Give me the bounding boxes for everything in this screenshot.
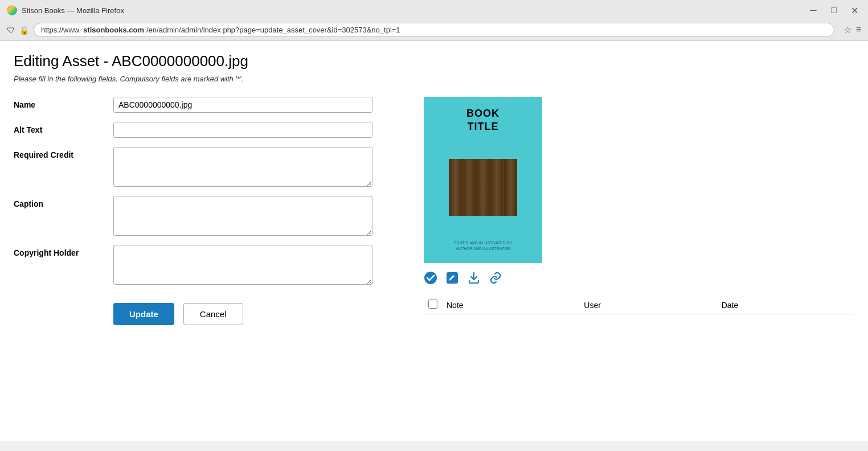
restore-button[interactable]: □ — [827, 3, 841, 17]
page-content: Editing Asset - ABC0000000000.jpg Please… — [0, 41, 868, 441]
browser-chrome: Stison Books — Mozilla Firefox ─ □ ✕ 🛡 🔒… — [0, 0, 868, 41]
update-button[interactable]: Update — [113, 303, 174, 325]
window-controls: ─ □ ✕ — [806, 3, 861, 17]
name-row: Name — [14, 97, 390, 113]
notes-checkbox-header — [424, 296, 442, 314]
caption-label: Caption — [14, 196, 113, 208]
title-bar: Stison Books — Mozilla Firefox ─ □ ✕ — [0, 0, 868, 20]
minimize-button[interactable]: ─ — [806, 3, 820, 17]
book-spine-5 — [504, 159, 517, 216]
browser-menu-icon[interactable]: ≡ — [856, 24, 861, 35]
required-credit-label: Required Credit — [14, 147, 113, 159]
url-suffix: /en/admin/admin/index.php?page=update_as… — [146, 26, 400, 34]
action-icons — [424, 271, 854, 285]
alt-text-label: Alt Text — [14, 122, 113, 134]
book-spine-image — [449, 159, 517, 216]
bookmark-icon[interactable]: ☆ — [844, 24, 851, 35]
edit-icon[interactable] — [445, 271, 459, 285]
right-panel: BOOK TITLE EDITED AND ILLUSTRATED BY AUT… — [424, 97, 854, 314]
book-spine-2 — [462, 159, 476, 216]
date-column-header: Date — [717, 296, 854, 314]
cancel-button[interactable]: Cancel — [183, 303, 243, 325]
link-icon[interactable] — [489, 271, 502, 285]
url-domain: stisonbooks.com — [83, 26, 144, 34]
note-column-header: Note — [442, 296, 579, 314]
browser-actions: ☆ ≡ — [844, 24, 861, 35]
main-layout: Name Alt Text Required Credit Caption Co… — [14, 97, 854, 325]
copyright-holder-label: Copyright Holder — [14, 245, 113, 257]
firefox-icon — [7, 5, 17, 15]
alt-text-row: Alt Text — [14, 122, 390, 138]
page-subtitle: Please fill in the following fields. Com… — [14, 75, 854, 83]
form-section: Name Alt Text Required Credit Caption Co… — [14, 97, 390, 325]
page-title: Editing Asset - ABC0000000000.jpg — [14, 52, 854, 70]
svg-point-0 — [424, 272, 437, 284]
book-title: BOOK TITLE — [466, 107, 499, 134]
caption-row: Caption — [14, 196, 390, 236]
notes-table: Note User Date — [424, 296, 854, 314]
book-spine-1 — [449, 159, 462, 216]
copyright-holder-row: Copyright Holder — [14, 245, 390, 285]
url-prefix: https://www. — [41, 26, 81, 34]
select-all-checkbox[interactable] — [428, 300, 437, 309]
required-credit-input[interactable] — [113, 147, 372, 187]
caption-input[interactable] — [113, 196, 372, 236]
book-spine-4 — [490, 159, 504, 216]
name-input[interactable] — [113, 97, 372, 113]
alt-text-input[interactable] — [113, 122, 372, 138]
user-column-header: User — [579, 296, 716, 314]
approve-icon[interactable] — [424, 271, 437, 285]
download-icon[interactable] — [467, 271, 481, 285]
copyright-holder-input[interactable] — [113, 245, 372, 285]
name-label: Name — [14, 97, 113, 109]
close-button[interactable]: ✕ — [847, 3, 861, 17]
lock-icon: 🔒 — [19, 26, 29, 35]
book-footer: EDITED AND ILLUSTRATED BY AUTHOR AND ILL… — [454, 240, 512, 252]
address-bar[interactable]: https://www.stisonbooks.com/en/admin/adm… — [34, 23, 834, 37]
book-spine-3 — [476, 159, 490, 216]
required-credit-row: Required Credit — [14, 147, 390, 187]
shield-icon: 🛡 — [7, 26, 15, 35]
book-cover-image: BOOK TITLE EDITED AND ILLUSTRATED BY AUT… — [424, 97, 542, 263]
address-bar-row: 🛡 🔒 https://www.stisonbooks.com/en/admin… — [0, 20, 868, 40]
window-title: Stison Books — Mozilla Firefox — [22, 6, 124, 15]
button-row: Update Cancel — [113, 303, 390, 325]
